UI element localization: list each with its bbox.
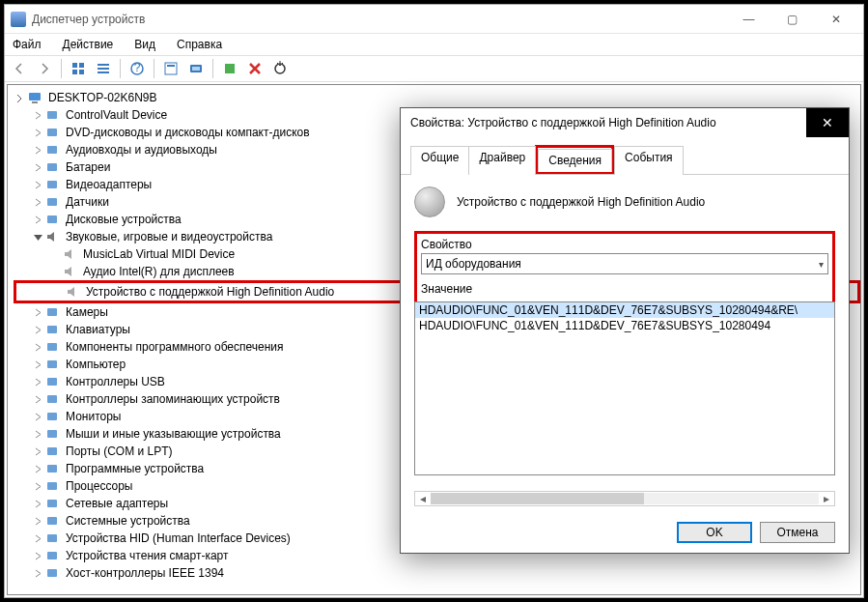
maximize-button[interactable]: ▢ (770, 6, 814, 33)
svg-rect-20 (47, 163, 57, 171)
help-button[interactable]: ? (126, 58, 148, 79)
expand-icon[interactable] (31, 111, 44, 120)
menu-help[interactable]: Справка (173, 36, 226, 53)
expand-icon[interactable] (31, 430, 44, 439)
expand-icon[interactable] (31, 395, 44, 404)
expand-icon[interactable] (31, 500, 44, 508)
expand-icon[interactable] (31, 552, 44, 560)
value-listbox[interactable]: HDAUDIO\FUNC_01&VEN_111D&DEV_76E7&SUBSYS… (414, 301, 835, 475)
dialog-titlebar: Свойства: Устройство с поддержкой High D… (401, 108, 849, 137)
svg-rect-21 (47, 181, 57, 188)
device-category-icon (44, 107, 60, 123)
svg-rect-36 (47, 517, 57, 525)
horizontal-scrollbar[interactable]: ◂ ▸ (414, 491, 835, 506)
expand-icon[interactable] (31, 517, 44, 526)
svg-text:?: ? (134, 61, 141, 74)
device-category-icon (44, 194, 60, 210)
tab-driver[interactable]: Драйвер (468, 146, 536, 175)
tab-events[interactable]: События (614, 146, 684, 175)
scroll-left-icon[interactable]: ◂ (415, 492, 431, 505)
dialog-close-button[interactable]: ✕ (806, 108, 849, 137)
device-category-icon (44, 565, 60, 581)
svg-rect-16 (32, 101, 38, 103)
scroll-thumb[interactable] (431, 493, 644, 504)
expand-icon[interactable] (31, 326, 44, 334)
device-category-icon (44, 530, 60, 546)
minimize-button[interactable]: — (727, 6, 770, 33)
svg-rect-35 (47, 500, 57, 507)
view-icons-button[interactable] (68, 58, 89, 79)
svg-rect-12 (192, 67, 200, 71)
device-category-icon (44, 357, 60, 372)
svg-rect-1 (79, 63, 84, 68)
device-category-icon (44, 142, 60, 158)
tab-general[interactable]: Общие (410, 146, 469, 175)
value-label: Значение (421, 282, 828, 296)
close-button[interactable]: ✕ (814, 6, 857, 33)
expand-icon[interactable] (31, 198, 44, 207)
back-button[interactable] (9, 58, 30, 79)
svg-rect-13 (225, 64, 235, 73)
uninstall-button[interactable] (244, 58, 266, 79)
svg-rect-4 (98, 64, 109, 66)
menu-action[interactable]: Действие (59, 36, 118, 53)
svg-rect-17 (47, 111, 57, 119)
list-item[interactable]: HDAUDIO\FUNC_01&VEN_111D&DEV_76E7&SUBSYS… (415, 318, 834, 333)
device-category-icon (44, 177, 60, 192)
svg-rect-10 (167, 65, 175, 67)
menu-file[interactable]: Файл (9, 36, 45, 53)
cancel-button[interactable]: Отмена (760, 522, 835, 543)
speaker-icon (44, 229, 60, 244)
device-name-label: Устройство с поддержкой High Definition … (457, 195, 705, 209)
device-category-icon (44, 125, 60, 140)
device-category-icon (44, 391, 60, 407)
expand-icon[interactable] (31, 569, 44, 578)
menu-view[interactable]: Вид (130, 36, 159, 53)
tree-item[interactable]: Хост-контроллеры IEEE 1394 (14, 564, 860, 582)
expand-icon[interactable] (31, 343, 44, 352)
app-icon (11, 12, 26, 27)
expand-icon[interactable] (31, 215, 44, 224)
forward-button[interactable] (34, 58, 55, 79)
list-item[interactable]: HDAUDIO\FUNC_01&VEN_111D&DEV_76E7&SUBSYS… (415, 302, 834, 318)
device-category-icon (44, 212, 60, 227)
device-category-icon (44, 496, 60, 511)
scroll-right-icon[interactable]: ▸ (819, 492, 834, 505)
dialog-tabs: Общие Драйвер Сведения События (401, 137, 849, 175)
svg-rect-2 (72, 70, 77, 74)
expand-icon[interactable] (31, 308, 44, 317)
device-category-icon (44, 461, 60, 476)
svg-rect-34 (47, 482, 57, 490)
ok-button[interactable]: OK (677, 522, 752, 543)
expand-icon[interactable] (31, 413, 44, 421)
tab-details[interactable]: Сведения (538, 149, 612, 172)
expand-icon[interactable] (31, 360, 44, 369)
svg-rect-31 (47, 430, 57, 438)
view-list-button[interactable] (93, 58, 114, 79)
expand-icon[interactable] (31, 146, 44, 155)
expand-icon[interactable] (31, 181, 44, 189)
property-label: Свойство (421, 238, 828, 251)
collapse-icon[interactable] (14, 94, 27, 102)
svg-rect-29 (47, 395, 57, 403)
property-combo-value: ИД оборудования (426, 257, 521, 271)
svg-rect-24 (47, 308, 57, 316)
expand-icon[interactable] (31, 482, 44, 491)
tree-root[interactable]: DESKTOP-02K6N9B (14, 89, 860, 106)
expand-icon[interactable] (31, 163, 44, 172)
properties-button[interactable] (160, 58, 182, 79)
svg-rect-38 (47, 552, 57, 559)
property-combo[interactable]: ИД оборудования ▾ (421, 253, 828, 274)
svg-rect-39 (47, 569, 57, 577)
svg-rect-19 (47, 146, 57, 154)
collapse-icon[interactable] (31, 233, 44, 242)
update-button[interactable] (269, 58, 291, 79)
enable-button[interactable] (219, 58, 240, 79)
expand-icon[interactable] (31, 129, 44, 137)
expand-icon[interactable] (31, 465, 44, 473)
scan-button[interactable] (185, 58, 207, 79)
svg-rect-0 (72, 63, 77, 68)
expand-icon[interactable] (31, 378, 44, 387)
expand-icon[interactable] (31, 534, 44, 543)
expand-icon[interactable] (31, 447, 44, 456)
